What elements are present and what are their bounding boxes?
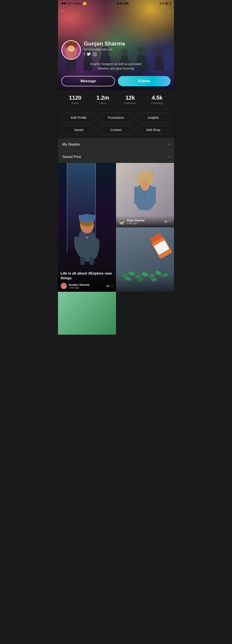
post-author-name-right-top: Aliya Sharma (127, 219, 144, 222)
saved-post-label: Saved Post (62, 155, 81, 159)
likes-count-right-top: 56 (164, 220, 167, 223)
my-replies-label: My Replies (62, 142, 80, 146)
status-bar: Carrier 📶 9:41 AM 20% (58, 0, 174, 7)
avatar-image (62, 41, 80, 59)
edit-profile-button[interactable]: Edit Profile (61, 113, 96, 122)
signal-dots (61, 2, 72, 4)
stat-following-value: 4.5k (151, 94, 163, 101)
action-grid: Edit Profile Promotions Insights Saved C… (58, 109, 174, 138)
more-menu-button[interactable]: ⋮ (166, 9, 171, 14)
post-author-right-top: Aliya Sharma 2 min ago (119, 218, 144, 225)
post-meta-left: Gunjan Sharma 2 min ago 56 ♡ (61, 283, 113, 289)
svg-line-26 (85, 215, 85, 220)
dot-1 (61, 2, 63, 4)
stat-likes-label: Likes (96, 102, 109, 105)
posts-grid: Life is all about #Explore new things. G… (58, 163, 174, 292)
post-card-left[interactable]: Life is all about #Explore new things. G… (58, 163, 116, 292)
svg-rect-31 (80, 258, 85, 265)
my-replies-item[interactable]: My Replies › (58, 138, 174, 151)
post-overlay-left: Life is all about #Explore new things. G… (58, 268, 116, 292)
hero-actions: Message Follow (61, 76, 171, 86)
post-author-name-left: Gunjan Sharma (69, 283, 89, 286)
status-left: Carrier 📶 (61, 2, 86, 5)
stat-following: 4.5k Following (151, 94, 163, 105)
heart-icon-left[interactable]: ♡ (110, 284, 113, 288)
promotions-button[interactable]: Promotions (99, 113, 133, 122)
stats-section: 1120 Posts 1.2m Likes 12k Followers 4.5k… (58, 90, 174, 109)
bio-text-line2: Talkative and good learning. (61, 66, 171, 71)
post-author-info-left: Gunjan Sharma 2 min ago (69, 283, 89, 289)
svg-rect-17 (62, 41, 80, 59)
bio-text-line1: Graphic Designer as well as punmaker (61, 62, 171, 66)
post-time-left: 2 min ago (69, 286, 89, 289)
dot-5 (70, 2, 72, 4)
post-author-info-right-top: Aliya Sharma 2 min ago (127, 219, 144, 224)
profile-info: Gunjan Sharma Omninos@gmail.com f (61, 40, 171, 71)
back-button[interactable]: ‹ (61, 8, 63, 14)
svg-point-41 (141, 180, 149, 191)
avatar (61, 40, 81, 60)
battery-icon (166, 2, 171, 5)
heart-icon-right-top[interactable]: ♡ (168, 220, 171, 224)
svg-line-27 (89, 215, 89, 220)
svg-rect-18 (93, 53, 96, 56)
svg-rect-32 (89, 258, 94, 265)
post-likes-left: 56 ♡ (106, 284, 113, 288)
instagram-icon[interactable] (93, 52, 97, 57)
carrier-label: Carrier (73, 2, 82, 5)
saved-button[interactable]: Saved (61, 125, 96, 134)
post-overlay-right-top: Aliya Sharma 2 min ago 56 ♡ (116, 216, 174, 227)
add-shop-button[interactable]: Add Shop (136, 125, 171, 134)
post-caption-left: Life is all about #Explore new things. (61, 271, 113, 280)
profile-email: Omninos@gmail.com (84, 48, 171, 51)
hero-section: ‹ ⋮ (58, 0, 174, 90)
post-card-right-top[interactable]: Aliya Sharma 2 min ago 56 ♡ (116, 163, 174, 227)
stat-followers-label: Followers (124, 102, 136, 105)
profile-bio: Graphic Designer as well as punmaker Tal… (61, 62, 171, 71)
green-post-extension (58, 292, 116, 335)
likes-count-left: 56 (106, 284, 109, 288)
contact-button[interactable]: Contact (99, 125, 133, 134)
stat-followers: 12k Followers (124, 94, 136, 105)
post-card-right-bottom[interactable] (116, 227, 174, 292)
post-time-right-top: 2 min ago (127, 222, 144, 224)
stat-followers-value: 12k (124, 94, 136, 101)
svg-point-35 (62, 283, 65, 287)
time-display: 9:41 AM (117, 2, 128, 5)
profile-name: Gunjan Sharma (84, 40, 171, 47)
hero-nav: ‹ ⋮ (58, 8, 174, 14)
battery-fill (166, 2, 167, 4)
dot-4 (68, 2, 70, 4)
post-image-right-bottom (116, 227, 174, 292)
person-figure (74, 206, 100, 266)
post-meta-right-top: Aliya Sharma 2 min ago 56 ♡ (119, 218, 171, 225)
battery-percent: 20% (159, 2, 165, 5)
dot-2 (64, 2, 65, 4)
wifi-icon: 📶 (83, 2, 86, 5)
stat-posts-label: Posts (69, 102, 81, 105)
social-icons: f (84, 52, 171, 57)
profile-header: Gunjan Sharma Omninos@gmail.com f (61, 40, 171, 60)
svg-point-40 (144, 171, 152, 177)
stat-posts: 1120 Posts (69, 94, 81, 105)
facebook-icon[interactable]: f (84, 52, 85, 57)
twitter-icon[interactable] (87, 52, 91, 57)
my-replies-arrow: › (168, 142, 170, 146)
post-author-left: Gunjan Sharma 2 min ago (61, 283, 89, 289)
post-avatar-left (61, 283, 67, 289)
bottle-shadow (116, 274, 174, 292)
saved-post-item[interactable]: Saved Post › (58, 151, 174, 163)
status-right: 20% (159, 2, 171, 5)
stat-following-label: Following (151, 102, 163, 105)
dot-3 (66, 2, 68, 4)
menu-section: My Replies › Saved Post › (58, 138, 174, 163)
saved-post-arrow: › (168, 154, 170, 159)
insights-button[interactable]: Insights (136, 113, 171, 122)
follow-button[interactable]: Follow (118, 76, 171, 86)
post-avatar-right-top (119, 218, 125, 225)
stat-likes-value: 1.2m (96, 94, 109, 101)
lips-detail (86, 237, 88, 238)
message-button[interactable]: Message (61, 76, 115, 86)
stat-likes: 1.2m Likes (96, 94, 109, 105)
stat-posts-value: 1120 (69, 94, 81, 101)
